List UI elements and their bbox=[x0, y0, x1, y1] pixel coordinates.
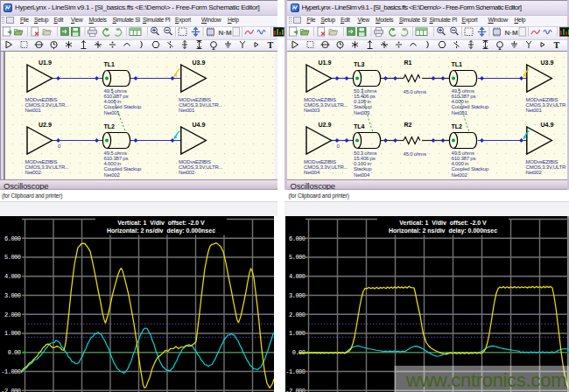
svg-text:MODvsEZIBIS: MODvsEZIBIS bbox=[179, 97, 211, 102]
svg-text:Net004: Net004 bbox=[304, 170, 320, 175]
svg-text:0.100 in: 0.100 in bbox=[354, 161, 371, 166]
svg-text:R1: R1 bbox=[404, 60, 412, 66]
svg-text:Net001: Net001 bbox=[25, 108, 42, 113]
svg-text:MODvsEZIBIS: MODvsEZIBIS bbox=[304, 97, 336, 102]
svg-text:U1.9: U1.9 bbox=[39, 60, 52, 66]
svg-text:TL1: TL1 bbox=[104, 61, 116, 67]
svg-text:Vertical: 1 V/div offset: -2: Vertical: 1 V/div offset: -2.0 V bbox=[117, 220, 205, 226]
svg-text:4.000: 4.000 bbox=[289, 273, 306, 280]
svg-text:CMOS,3.3V,ULTR...: CMOS,3.3V,ULTR... bbox=[25, 164, 69, 170]
svg-text:0: 0 bbox=[58, 144, 61, 149]
svg-text:Net002: Net002 bbox=[25, 170, 42, 175]
svg-text:R2: R2 bbox=[404, 122, 412, 128]
svg-text:Net001: Net001 bbox=[526, 108, 543, 113]
svg-text:Stackup: Stackup bbox=[354, 104, 372, 109]
svg-text:610.387 ps: 610.387 ps bbox=[104, 94, 129, 99]
svg-text:U1.9: U1.9 bbox=[319, 60, 332, 66]
svg-text:49.5 ohms: 49.5 ohms bbox=[104, 88, 127, 94]
svg-text:CMOS,3.3V,ULTR...: CMOS,3.3V,ULTR... bbox=[304, 164, 348, 170]
svg-text:Coupled Stackup: Coupled Stackup bbox=[104, 166, 143, 172]
svg-text:Stackup: Stackup bbox=[354, 166, 372, 172]
svg-text:-2.000: -2.000 bbox=[285, 388, 306, 392]
svg-text:TL1: TL1 bbox=[452, 61, 463, 67]
svg-text:MODvsEZIBIS: MODvsEZIBIS bbox=[25, 97, 58, 102]
svg-text:Horizontal: 2 ns/div delay: 0: Horizontal: 2 ns/div delay: 0.000nsec bbox=[107, 228, 215, 234]
svg-text:Net002: Net002 bbox=[526, 170, 543, 175]
svg-text:Coupled Stackup: Coupled Stackup bbox=[104, 104, 143, 109]
svg-text:T: T bbox=[268, 40, 274, 50]
svg-text:U2.9: U2.9 bbox=[39, 122, 52, 128]
svg-text:TL3: TL3 bbox=[354, 61, 365, 67]
svg-text:CMOS,3.3V,ULTR...: CMOS,3.3V,ULTR... bbox=[25, 102, 69, 108]
svg-text:45.0 ohms: 45.0 ohms bbox=[404, 151, 426, 157]
svg-text:MODvsEZIBIS: MODvsEZIBIS bbox=[179, 159, 211, 164]
svg-text:Horizontal: 2 ns/div delay: 0: Horizontal: 2 ns/div delay: 0.000nsec bbox=[389, 228, 497, 234]
svg-text:5.000: 5.000 bbox=[289, 254, 306, 261]
svg-text:www.cntronics.com: www.cntronics.com bbox=[405, 369, 566, 391]
svg-text:3.000: 3.000 bbox=[4, 292, 21, 299]
svg-text:Net002: Net002 bbox=[179, 170, 195, 175]
svg-text:0.00: 0.00 bbox=[8, 349, 21, 356]
svg-text:45.0 ohms: 45.0 ohms bbox=[404, 89, 426, 94]
svg-text:610.387 ps: 610.387 ps bbox=[104, 156, 129, 161]
svg-text:50.3 ohms: 50.3 ohms bbox=[354, 150, 376, 156]
svg-text:Coupled Stackup: Coupled Stackup bbox=[452, 104, 490, 109]
svg-text:610.387 ps: 610.387 ps bbox=[452, 156, 476, 161]
svg-text:0: 0 bbox=[337, 144, 341, 149]
svg-text:2.000: 2.000 bbox=[289, 312, 306, 318]
svg-text:49.5 ohms: 49.5 ohms bbox=[452, 88, 474, 94]
svg-text:CMOS,3.3V,ULTR...: CMOS,3.3V,ULTR... bbox=[179, 102, 222, 108]
svg-text:MODvsEZIBIS: MODvsEZIBIS bbox=[304, 159, 336, 164]
svg-text:CMOS,3.3V,ULTR: CMOS,3.3V,ULTR bbox=[526, 102, 566, 108]
svg-text:1.000: 1.000 bbox=[289, 330, 306, 337]
svg-text:4.000 in: 4.000 in bbox=[452, 99, 469, 104]
svg-text:-1.000: -1.000 bbox=[285, 368, 306, 375]
svg-text:Net003: Net003 bbox=[304, 108, 320, 113]
svg-text:MODvsEZIBIS: MODvsEZIBIS bbox=[526, 159, 558, 164]
svg-text:U3.9: U3.9 bbox=[193, 60, 206, 66]
svg-text:TL4: TL4 bbox=[354, 123, 365, 130]
svg-text:1.000: 1.000 bbox=[4, 330, 21, 337]
svg-text:CMOS,3.3V,ULTR...: CMOS,3.3V,ULTR... bbox=[179, 164, 222, 170]
svg-text:TL2: TL2 bbox=[104, 123, 116, 130]
svg-text:49.5 ohms: 49.5 ohms bbox=[452, 150, 474, 156]
svg-text:MODvsEZIBIS: MODvsEZIBIS bbox=[526, 97, 558, 102]
svg-text:U4.9: U4.9 bbox=[541, 122, 554, 128]
svg-text:49.5 ohms: 49.5 ohms bbox=[104, 150, 127, 156]
svg-text:50.3 ohms: 50.3 ohms bbox=[354, 88, 376, 94]
svg-text:0.100 in: 0.100 in bbox=[354, 99, 371, 104]
svg-text:6.000: 6.000 bbox=[4, 235, 21, 242]
svg-text:TL2: TL2 bbox=[452, 123, 463, 130]
svg-text:3.000: 3.000 bbox=[289, 292, 306, 299]
svg-text:6.000: 6.000 bbox=[289, 235, 306, 242]
svg-text:Net001: Net001 bbox=[179, 108, 195, 113]
svg-text:4.000 in: 4.000 in bbox=[104, 99, 122, 104]
svg-text:U2.9: U2.9 bbox=[319, 122, 332, 128]
svg-text:-2.000: -2.000 bbox=[1, 388, 21, 392]
svg-text:Vertical: 1 V/div offset: -2: Vertical: 1 V/div offset: -2.0 V bbox=[399, 220, 487, 226]
svg-text:U4.9: U4.9 bbox=[193, 122, 206, 128]
svg-text:CMOS,3.3V,ULTR...: CMOS,3.3V,ULTR... bbox=[304, 102, 348, 108]
svg-text:4.000: 4.000 bbox=[4, 273, 21, 280]
svg-text:Net002: Net002 bbox=[452, 172, 468, 178]
svg-text:T: T bbox=[554, 40, 560, 50]
svg-text:5.000: 5.000 bbox=[4, 254, 21, 261]
svg-text:Net001: Net001 bbox=[104, 110, 121, 116]
svg-text:Net003: Net003 bbox=[354, 110, 370, 116]
svg-text:N·M: N·M bbox=[219, 29, 232, 37]
svg-text:4.000 in: 4.000 in bbox=[452, 161, 469, 166]
svg-text:MODvsEZIBIS: MODvsEZIBIS bbox=[25, 159, 58, 164]
svg-text:-1.000: -1.000 bbox=[1, 368, 21, 375]
svg-text:610.387 ps: 610.387 ps bbox=[452, 94, 476, 99]
svg-text:U3.9: U3.9 bbox=[541, 60, 554, 66]
svg-text:CMOS,3.3V,ULTR: CMOS,3.3V,ULTR bbox=[526, 164, 566, 170]
svg-text:Coupled Stackup: Coupled Stackup bbox=[452, 166, 490, 172]
svg-text:N·M: N·M bbox=[505, 29, 518, 37]
svg-text:Net001: Net001 bbox=[452, 110, 468, 116]
svg-text:Net002: Net002 bbox=[104, 172, 121, 178]
svg-text:4.000 in: 4.000 in bbox=[104, 161, 122, 166]
svg-text:15.406 ps: 15.406 ps bbox=[354, 94, 376, 99]
svg-text:2.000: 2.000 bbox=[4, 312, 21, 318]
svg-text:Net004: Net004 bbox=[354, 172, 370, 178]
svg-text:15.406 ps: 15.406 ps bbox=[354, 156, 376, 161]
